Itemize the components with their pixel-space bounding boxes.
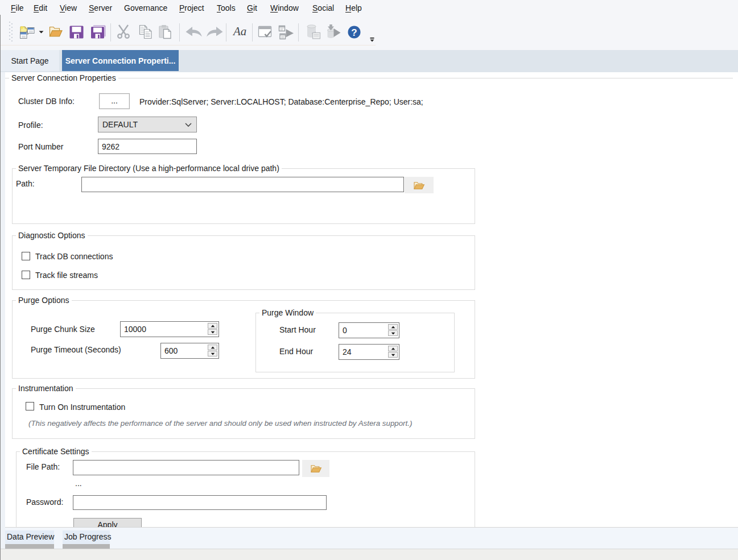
svg-text:?: ?	[351, 27, 357, 38]
